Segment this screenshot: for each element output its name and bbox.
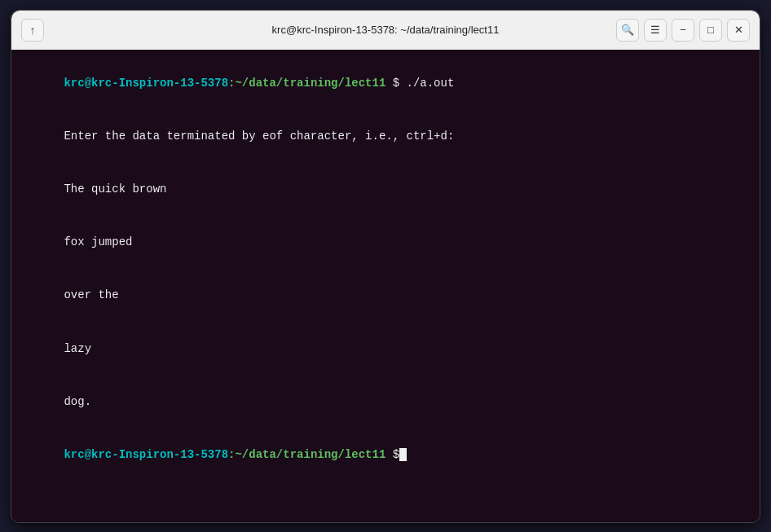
- output-line-3: fox jumped: [23, 217, 748, 270]
- output-line-1: Enter the data terminated by eof charact…: [23, 111, 748, 164]
- back-icon: ↑: [30, 24, 36, 37]
- titlebar-right: 🔍 ☰ − □ ✕: [616, 19, 750, 42]
- output-line-5: lazy: [23, 323, 748, 376]
- minimize-button[interactable]: −: [672, 19, 694, 42]
- terminal-cursor: [399, 448, 407, 461]
- titlebar-left: ↑: [21, 19, 44, 42]
- close-button[interactable]: ✕: [727, 19, 750, 42]
- prompt-path-2: :~/data/training/lect11: [228, 448, 386, 461]
- prompt-user-1: krc@krc-Inspiron-13-5378: [64, 77, 228, 90]
- prompt-dollar-2: $: [386, 448, 399, 461]
- output-line-4: over the: [23, 270, 748, 323]
- minimize-icon: −: [680, 24, 686, 36]
- maximize-button[interactable]: □: [699, 19, 722, 42]
- output-line-2: The quick brown: [23, 164, 748, 217]
- command-line: krc@krc-Inspiron-13-5378:~/data/training…: [23, 58, 748, 111]
- prompt-dollar-1: $: [386, 77, 399, 90]
- output-line-6: dog.: [23, 376, 748, 429]
- command-text: ./a.out: [399, 77, 454, 90]
- search-button[interactable]: 🔍: [616, 19, 639, 42]
- search-icon: 🔍: [621, 24, 634, 36]
- menu-icon: ☰: [650, 24, 660, 36]
- active-prompt-line: krc@krc-Inspiron-13-5378:~/data/training…: [23, 429, 748, 481]
- titlebar: ↑ krc@krc-Inspiron-13-5378: ~/data/train…: [11, 11, 760, 50]
- terminal-body[interactable]: krc@krc-Inspiron-13-5378:~/data/training…: [11, 50, 760, 522]
- prompt-user-2: krc@krc-Inspiron-13-5378: [64, 448, 228, 461]
- back-button[interactable]: ↑: [21, 19, 44, 42]
- close-icon: ✕: [734, 24, 743, 36]
- terminal-window: ↑ krc@krc-Inspiron-13-5378: ~/data/train…: [11, 10, 760, 523]
- menu-button[interactable]: ☰: [644, 19, 667, 42]
- maximize-icon: □: [707, 24, 714, 36]
- window-title: krc@krc-Inspiron-13-5378: ~/data/trainin…: [272, 24, 500, 36]
- prompt-path-1: :~/data/training/lect11: [228, 77, 386, 90]
